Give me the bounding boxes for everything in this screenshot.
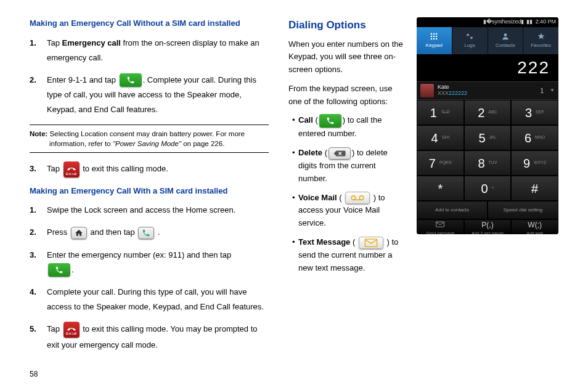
svg-point-0 (351, 196, 356, 200)
s2-step-4: 4.Complete your call. During this type o… (47, 285, 269, 314)
svg-rect-17 (436, 222, 444, 227)
svg-rect-9 (436, 36, 437, 37)
tab-contacts[interactable]: Contacts (488, 27, 524, 54)
s2-step-3: 3. Enter the emergency number (ex: 911) … (47, 248, 269, 277)
svg-point-14 (442, 110, 444, 113)
key-5[interactable]: 5JKL (464, 125, 512, 150)
key-#[interactable]: # (511, 176, 558, 201)
heading-dialing-options: Dialing Options (288, 17, 406, 33)
step-3: 3. Tap End call to exit this calling mod… (47, 161, 269, 178)
battery-icon: ▮▮ (526, 18, 533, 27)
svg-rect-11 (433, 38, 435, 39)
s2-step-5: 5. Tap End call to exit this calling mod… (47, 322, 269, 353)
chevron-down-icon[interactable]: ▼ (550, 87, 555, 94)
svg-rect-6 (436, 33, 437, 35)
phone-screenshot: ▮�synthesized▮ ▮▮ 2:40 PM Keypad Logs Co… (417, 17, 558, 234)
tab-logs[interactable]: Logs (452, 27, 488, 54)
end-call-icon: End call (63, 161, 80, 178)
end-call-icon: End call (63, 322, 80, 338)
right-column: Dialing Options When you enter numbers o… (288, 17, 558, 360)
speed-dial-button[interactable]: Speed dial setting (488, 201, 558, 219)
send-message-button[interactable]: Send message (417, 219, 464, 234)
svg-point-15 (447, 110, 449, 113)
voicemail-icon (345, 192, 370, 204)
tab-keypad[interactable]: Keypad (417, 27, 452, 54)
key-6[interactable]: 6MNO (511, 125, 558, 150)
status-bar: ▮�synthesized▮ ▮▮ 2:40 PM (417, 17, 558, 27)
delete-icon (329, 147, 351, 160)
s2-step-1: 1.Swipe the Lock screen and access the H… (47, 203, 269, 218)
svg-point-13 (504, 33, 507, 36)
key-8[interactable]: 8TUV (464, 150, 512, 176)
phone-app-icon (138, 227, 154, 239)
dialing-para-2: From the keypad screen, use one of the f… (288, 83, 406, 108)
key-7[interactable]: 7PQRS (417, 150, 464, 176)
s2-step-2: 2. Press and then tap . (47, 225, 269, 240)
status-time: 2:40 PM (535, 18, 556, 27)
bullet-call: Call () to call the entered number. (292, 114, 406, 141)
add-pause-button[interactable]: P(,)Add 2 sec pause (464, 219, 512, 234)
key-4[interactable]: 4GHI (417, 125, 464, 150)
avatar (420, 84, 434, 97)
home-icon (71, 227, 87, 239)
call-icon (48, 263, 70, 277)
add-wait-button[interactable]: W(;)Add wait (511, 219, 558, 234)
step-1: 1. Tap Emergency call from the on-screen… (47, 36, 269, 65)
step-2: 2. Enter 9-1-1 and tap . Complete your c… (47, 73, 269, 117)
call-icon (120, 73, 142, 87)
note-block: Note: Selecting Location consent may dra… (30, 125, 269, 153)
heading-emergency-with-sim: Making an Emergency Call With a SIM card… (30, 185, 269, 197)
keypad: 12ABC3DEF4GHI5JKL6MNO7PQRS8TUV9WXYZ*0+# (417, 100, 558, 201)
key-0[interactable]: 0+ (464, 176, 512, 201)
number-display: 222 (417, 54, 558, 81)
key-2[interactable]: 2ABC (464, 100, 512, 125)
key-3[interactable]: 3DEF (511, 100, 558, 125)
svg-rect-7 (431, 36, 432, 37)
bullet-text-message: Text Message ( ) to send the current num… (292, 236, 406, 274)
svg-rect-8 (433, 36, 435, 37)
key-9[interactable]: 9WXYZ (511, 150, 558, 176)
heading-emergency-no-sim: Making an Emergency Call Without a SIM c… (30, 17, 269, 30)
key-1[interactable]: 1 (417, 100, 464, 125)
dialer-tabs: Keypad Logs Contacts Favorites (417, 27, 558, 54)
svg-rect-10 (431, 38, 432, 39)
svg-rect-12 (436, 38, 437, 39)
svg-point-1 (359, 196, 364, 200)
message-icon (359, 237, 383, 249)
svg-rect-5 (433, 33, 435, 35)
call-icon (319, 114, 341, 128)
left-column: Making an Emergency Call Without a SIM c… (30, 17, 269, 360)
signal-icon: ▮�synthesized▮ (483, 18, 525, 27)
page-number: 58 (30, 369, 38, 380)
contact-suggestion[interactable]: Kate XXX222222 1 ▼ (417, 81, 558, 100)
bullet-delete: Delete () to delete digits from the curr… (292, 147, 406, 185)
tab-favorites[interactable]: Favorites (523, 27, 558, 54)
key-*[interactable]: * (417, 176, 464, 201)
dialing-para-1: When you enter numbers on the Keypad, yo… (288, 38, 406, 76)
svg-rect-3 (365, 239, 377, 247)
add-to-contacts-button[interactable]: Add to contacts (417, 201, 488, 219)
bullet-voicemail: Voice Mail ( ) to access your Voice Mail… (292, 192, 406, 230)
svg-rect-4 (431, 33, 432, 35)
